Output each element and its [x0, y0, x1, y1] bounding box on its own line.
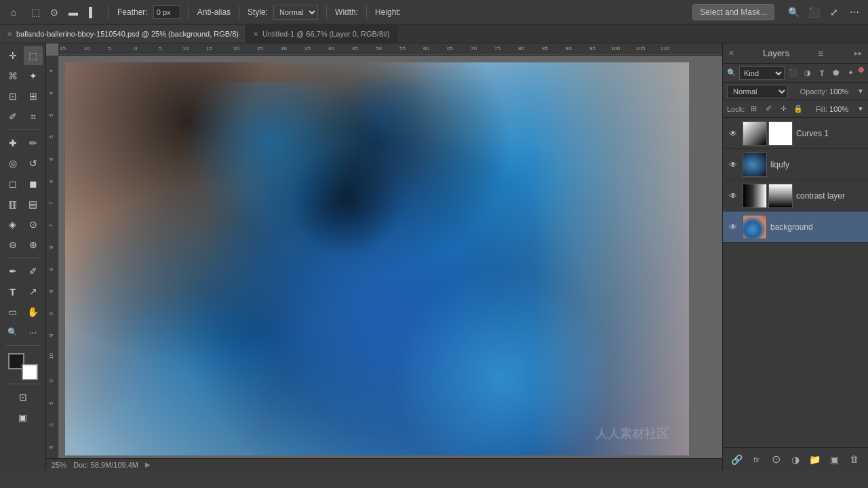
- shape-tool[interactable]: ▭: [3, 302, 22, 321]
- filter-smart-icon[interactable]: ✦: [844, 67, 856, 79]
- ellipse-select-icon[interactable]: ⊙: [46, 4, 62, 20]
- quick-mask-toggle[interactable]: ⊡: [14, 388, 33, 407]
- adjustment-layer-button[interactable]: ◑: [788, 452, 803, 467]
- layer-name-curves: Curves 1: [796, 129, 864, 138]
- style-select[interactable]: Normal: [273, 5, 318, 20]
- freeform-pen-tool[interactable]: ✐: [24, 262, 43, 281]
- layers-title: Layers: [763, 48, 789, 58]
- layer-item-background[interactable]: 👁 background: [723, 211, 868, 243]
- filter-adjust-icon[interactable]: ◑: [802, 67, 814, 79]
- smudge-tool[interactable]: ⊙: [24, 215, 43, 234]
- lasso-tool[interactable]: ⌘: [3, 66, 22, 85]
- svg-text:5: 5: [48, 113, 54, 117]
- layers-panel-close-x[interactable]: ✕: [728, 49, 734, 58]
- move-tool[interactable]: ✛: [3, 46, 22, 65]
- new-layer-button[interactable]: ▣: [827, 452, 842, 467]
- tab-2[interactable]: ✕ Untitled-1 @ 66,7% (Layer 0, RGB/8#): [246, 25, 397, 43]
- layer-visibility-contrast[interactable]: 👁: [727, 190, 739, 202]
- svg-text:5: 5: [108, 45, 111, 52]
- tab-1-label: ballando-ballerino-bboy-1510540.psd @ 25…: [16, 30, 239, 38]
- eyedropper-tool[interactable]: ✐: [3, 107, 22, 126]
- kind-select[interactable]: Kind: [739, 66, 785, 80]
- tool-row-4: ✐ ⌗: [3, 107, 43, 126]
- layer-thumbs-curves: [743, 121, 793, 146]
- fill-value[interactable]: 100%: [829, 105, 855, 113]
- frame-tool[interactable]: ⊞: [24, 87, 43, 106]
- lock-artboards-icon[interactable]: ✛: [777, 103, 789, 115]
- tab-2-close[interactable]: ✕: [253, 30, 258, 38]
- tab-1[interactable]: ✕ ballando-ballerino-bboy-1510540.psd @ …: [0, 25, 246, 43]
- pen-tool[interactable]: ✒: [3, 262, 22, 281]
- layer-item-contrast[interactable]: 👁 contrast layer: [723, 180, 868, 211]
- filter-pixel-icon[interactable]: ⬛: [787, 67, 800, 79]
- more-icon[interactable]: ⋯: [846, 4, 863, 20]
- feather-input[interactable]: [153, 5, 180, 19]
- canvas-area[interactable]: 人人素材社区: [58, 56, 722, 458]
- marquee-tool[interactable]: ⬚: [24, 46, 43, 65]
- layers-collapse-icon[interactable]: ▸▸: [854, 49, 863, 58]
- history-brush-tool[interactable]: ↺: [24, 154, 43, 173]
- blur-tool[interactable]: ◈: [3, 215, 22, 234]
- fill-dropdown-arrow[interactable]: ▼: [857, 105, 864, 113]
- select-mask-button[interactable]: Select and Mask...: [692, 4, 774, 20]
- canvas-container[interactable]: 15 10 5 0 5 10 15 20 25 30 35 40 45 50 5…: [46, 43, 722, 470]
- gradient-tool[interactable]: ▥: [3, 195, 22, 214]
- text-tool[interactable]: T: [3, 282, 22, 301]
- layers-search-icon: 🔍: [727, 68, 736, 77]
- eye-icon-contrast: 👁: [729, 191, 737, 201]
- tab-1-close[interactable]: ✕: [7, 30, 12, 38]
- layers-blend-row: Normal Opacity: 100% ▼: [723, 83, 868, 100]
- path-select-tool[interactable]: ↗: [24, 282, 43, 301]
- add-mask-button[interactable]: ⊙: [768, 452, 783, 467]
- single-row-select-icon[interactable]: ▬: [65, 4, 81, 20]
- delete-layer-button[interactable]: 🗑: [846, 452, 861, 467]
- svg-text:45: 45: [352, 45, 358, 52]
- filter-text-icon[interactable]: T: [816, 67, 828, 79]
- arrange-icon[interactable]: ⤢: [826, 4, 842, 20]
- svg-text:90: 90: [566, 45, 572, 52]
- ruler-tool[interactable]: ⌗: [24, 107, 43, 126]
- rect-select-icon[interactable]: ⬚: [27, 4, 43, 20]
- crop-tool[interactable]: ⊡: [3, 87, 22, 106]
- curves-thumb-content: [743, 122, 766, 145]
- home-icon[interactable]: ⌂: [5, 4, 22, 20]
- spot-heal-tool[interactable]: ✚: [3, 134, 22, 152]
- svg-text:7: 7: [48, 201, 54, 205]
- layer-item-liquify[interactable]: 👁 liqufy: [723, 149, 868, 180]
- hand-tool[interactable]: ✋: [24, 302, 43, 321]
- clone-tool[interactable]: ◎: [3, 154, 22, 173]
- single-col-select-icon[interactable]: ▌: [84, 4, 100, 20]
- layer-effects-button[interactable]: fx: [749, 452, 764, 467]
- zoom-tool[interactable]: 🔍: [3, 323, 22, 342]
- filter-shape-icon[interactable]: ⬟: [830, 67, 842, 79]
- burn-tool[interactable]: ⊕: [24, 235, 43, 254]
- tool-row-7: ◻ ◼: [3, 174, 43, 193]
- bg-eraser-tool[interactable]: ◼: [24, 174, 43, 193]
- status-arrow[interactable]: ▶: [145, 461, 151, 468]
- lock-all-icon[interactable]: 🔒: [792, 103, 804, 115]
- group-layers-button[interactable]: 📁: [808, 452, 823, 467]
- opacity-value[interactable]: 100%: [829, 87, 855, 96]
- lock-pixels-icon[interactable]: ⊞: [747, 103, 760, 115]
- search-icon[interactable]: 🔍: [785, 4, 802, 20]
- eraser-tool[interactable]: ◻: [3, 174, 22, 193]
- brush-tool[interactable]: ✏: [24, 134, 43, 152]
- layers-menu-icon[interactable]: ≡: [818, 48, 823, 59]
- workspace-icon[interactable]: ⬛: [806, 4, 822, 20]
- layer-visibility-liquify[interactable]: 👁: [727, 159, 739, 171]
- dodge-tool[interactable]: ⊖: [3, 235, 22, 254]
- paint-bucket-tool[interactable]: ▤: [24, 195, 43, 214]
- screen-mode-toggle[interactable]: ▣: [14, 408, 33, 427]
- magic-wand-tool[interactable]: ✦: [24, 66, 43, 85]
- extra-tool[interactable]: ···: [24, 323, 43, 342]
- blend-mode-select[interactable]: Normal: [727, 85, 788, 98]
- opacity-row: Opacity: 100% ▼: [800, 87, 864, 96]
- background-swatch[interactable]: [22, 364, 38, 380]
- opacity-dropdown-arrow[interactable]: ▼: [857, 87, 864, 95]
- link-layers-button[interactable]: 🔗: [729, 452, 744, 467]
- layer-visibility-curves[interactable]: 👁: [727, 127, 739, 140]
- svg-text:6: 6: [48, 180, 54, 183]
- layer-visibility-background[interactable]: 👁: [727, 221, 739, 233]
- lock-position-icon[interactable]: ✐: [762, 103, 774, 115]
- layer-item-curves[interactable]: 👁 Curves 1: [723, 118, 868, 149]
